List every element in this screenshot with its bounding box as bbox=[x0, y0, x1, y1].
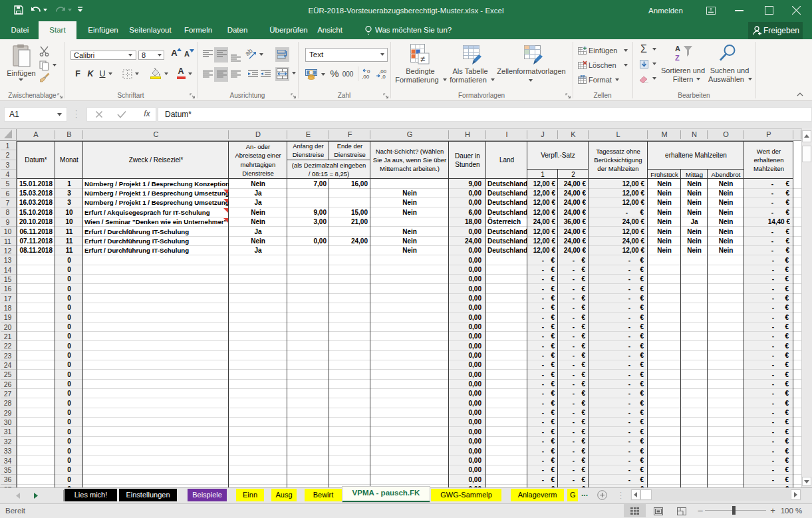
svg-text:ab: ab bbox=[245, 48, 254, 57]
svg-text:≠: ≠ bbox=[420, 54, 425, 64]
svg-text:A: A bbox=[675, 45, 680, 53]
svg-text:,00: ,00 bbox=[362, 74, 370, 79]
svg-text:Z: Z bbox=[675, 54, 680, 62]
